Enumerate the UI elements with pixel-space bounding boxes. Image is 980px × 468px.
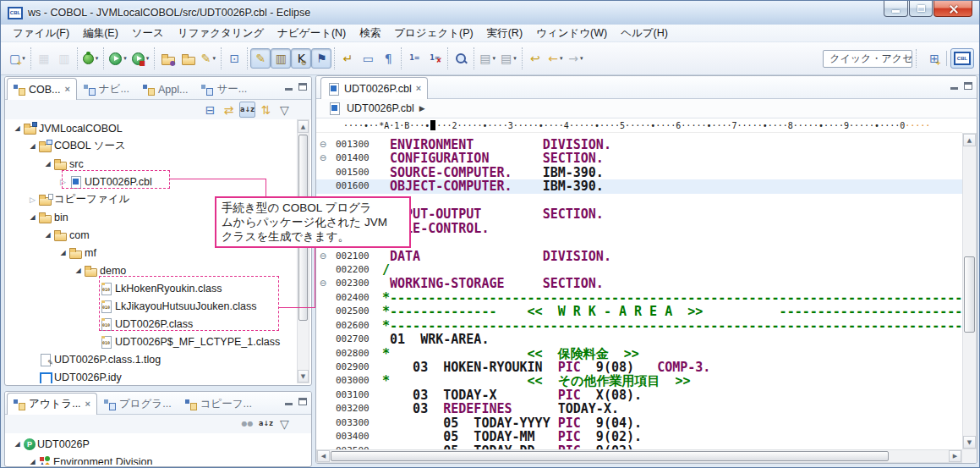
explorer-scrollbar[interactable]: ▲ ▼: [297, 119, 309, 383]
maximize-view-icon[interactable]: [298, 83, 307, 91]
expand-copybook-button[interactable]: ↵: [337, 48, 358, 69]
breadcrumb[interactable]: UDT0026P.cbl ▶: [316, 99, 977, 118]
scroll-down-icon[interactable]: ▼: [298, 370, 309, 383]
scroll-up-icon[interactable]: ▲: [298, 120, 309, 133]
restore-button[interactable]: [909, 1, 933, 17]
remote-monitor-button[interactable]: ⊡: [224, 48, 244, 69]
code-line-003100[interactable]: 003100 03 TODAY-X PIC X(08).: [316, 388, 962, 402]
sort-az-button[interactable]: a↓z: [239, 102, 255, 118]
collapse-all-button[interactable]: ⊟: [202, 102, 218, 118]
dropdown-icon[interactable]: ▾: [580, 55, 583, 62]
tree-item-udt0026p-mf-lctype-1-class[interactable]: 010UDT0026P$_MF_LCTYPE_1.class: [6, 333, 296, 350]
preview-button[interactable]: [451, 48, 471, 69]
filter-arrows-button[interactable]: ⇅: [258, 102, 274, 118]
save-all-button[interactable]: ▥: [54, 48, 74, 69]
breadcrumb-expand-icon[interactable]: ▶: [419, 104, 425, 113]
dropdown-icon[interactable]: ▾: [212, 55, 216, 62]
code-line-002500[interactable]: 002500*-------------- << W R K - A R E A…: [316, 305, 962, 318]
minimize-view-icon[interactable]: [950, 87, 958, 90]
collapse-arrow-icon[interactable]: ◢: [41, 160, 54, 168]
code-line-002300[interactable]: ⊖002300 WORKING-STORAGE SECTION.: [316, 277, 962, 290]
code-line-001800[interactable]: 001800 INPUT-OUTPUT SECTION.: [316, 207, 962, 221]
editor-hscrollbar[interactable]: ◀ ▶: [316, 449, 962, 463]
link-with-editor-button[interactable]: ⇄: [221, 102, 237, 118]
dropdown-icon[interactable]: ▾: [96, 55, 99, 62]
scroll-left-icon[interactable]: ◀: [317, 450, 330, 462]
sort-az-button[interactable]: a↓z: [258, 416, 274, 432]
scrollbar-thumb[interactable]: [331, 451, 889, 461]
save-button[interactable]: ▦: [34, 48, 54, 69]
code-line-002100[interactable]: ⊖002100 DATA DIVISION.: [316, 250, 962, 263]
program-marker-button[interactable]: ⚑: [311, 48, 331, 69]
dropdown-icon[interactable]: ▾: [560, 55, 563, 62]
menu-item-1[interactable]: ファイル(F): [6, 25, 76, 42]
code-line-001600[interactable]: 001600 OBJECT-COMPUTER. IBM-390.: [316, 179, 962, 193]
code-line-002700[interactable]: 002700 01 WRK-AREA.: [316, 333, 962, 346]
code-line-003400[interactable]: 003400 05 TODAY-MM PIC 9(02).: [316, 430, 962, 443]
hide-items-button[interactable]: ●●: [239, 416, 255, 432]
dropdown-icon[interactable]: ▾: [123, 55, 127, 62]
tab-[interactable]: プログラ...: [97, 393, 178, 415]
tab-[interactable]: サー...: [194, 78, 254, 100]
back-button[interactable]: ←▾: [545, 48, 566, 69]
code-line-blank-7[interactable]: [316, 235, 962, 249]
dropdown-icon[interactable]: ▾: [493, 55, 496, 62]
code-line-003200[interactable]: 003200 03 REDEFINES TODAY-X.: [316, 402, 962, 416]
scroll-down-icon[interactable]: ▼: [963, 436, 976, 449]
menu-item-6[interactable]: 検索: [353, 25, 387, 42]
dropdown-icon[interactable]: ▾: [22, 55, 25, 62]
open-cobol-element-button[interactable]: ●: [157, 48, 178, 69]
tree-item-jvmlocalcobol[interactable]: ◢JVMLocalCOBOL: [6, 119, 296, 137]
code-line-001900[interactable]: 001900 FILE-CONTROL.: [316, 222, 962, 235]
show-source-format-button[interactable]: ▭: [358, 48, 378, 69]
tab-[interactable]: アウトラ...×: [7, 393, 97, 415]
collapse-arrow-icon[interactable]: ◢: [11, 440, 24, 448]
code-line-003000[interactable]: 003000* << その他作業用項目 >>: [316, 374, 962, 388]
code-line-blank-4[interactable]: [316, 194, 962, 207]
collapse-arrow-icon[interactable]: ◢: [26, 458, 39, 465]
tree-item-udt0026p-idy[interactable]: UDT0026P.idy: [6, 368, 296, 383]
code-line-002400[interactable]: 002400*---------------------------------…: [316, 291, 962, 305]
new-wizard-button[interactable]: ▢+▾: [7, 48, 28, 69]
editor-tab-udt0026p[interactable]: UDT0026P.cbl×: [320, 77, 428, 99]
open-copybook-button[interactable]: [178, 48, 198, 69]
view-menu-button[interactable]: ▽: [276, 416, 293, 432]
collapse-arrow-icon[interactable]: ◢: [26, 213, 39, 221]
collapse-arrow-icon[interactable]: ◢: [11, 124, 24, 132]
cobol-settings-button[interactable]: K⚙: [291, 48, 311, 69]
run-button[interactable]: ▾: [107, 48, 129, 69]
tab-appl[interactable]: Appl...: [136, 78, 194, 100]
close-button[interactable]: [933, 1, 972, 17]
debug-button[interactable]: ▾: [80, 48, 101, 69]
tree-item-environment-division[interactable]: ◢Environment Division: [6, 453, 309, 465]
unnumber-button[interactable]: 1=✘: [424, 48, 445, 69]
tree-item-udt0026p-class-1-tlog[interactable]: ✎UDT0026P.class.1.tlog: [6, 350, 296, 368]
fold-collapse-icon[interactable]: ⊖: [316, 277, 330, 290]
code-line-001300[interactable]: ⊖001300 ENVIRONMENT DIVISION.: [316, 138, 962, 151]
code-line-002600[interactable]: 002600*---------------------------------…: [316, 319, 962, 333]
maximize-view-icon[interactable]: [298, 398, 307, 405]
mark-occurrences-button[interactable]: ✎: [250, 48, 271, 69]
code-line-001400[interactable]: ⊖001400 CONFIGURATION SECTION.: [316, 151, 962, 165]
quick-access-field[interactable]: クイック・アクセス: [823, 50, 912, 68]
show-whitespace-button[interactable]: ¶: [378, 48, 398, 69]
code-line-003300[interactable]: 003300 05 TODAY-YYYY PIC 9(04).: [316, 416, 962, 430]
menu-item-7[interactable]: プロジェクト(P): [387, 25, 479, 42]
minimize-view-icon[interactable]: [285, 403, 293, 405]
run-profile-button[interactable]: ■▾: [129, 48, 152, 69]
tree-item-udt0026p[interactable]: ◢PUDT0026P: [6, 435, 309, 453]
close-icon[interactable]: ×: [65, 85, 70, 94]
code-line-002800[interactable]: 002800* << 保険料金 >>: [316, 347, 962, 361]
fold-collapse-icon[interactable]: ⊖: [316, 250, 330, 263]
menu-item-5[interactable]: ナビゲート(N): [271, 25, 353, 42]
menu-item-4[interactable]: リファクタリング: [171, 25, 271, 42]
close-icon[interactable]: ×: [416, 84, 421, 93]
fold-collapse-icon[interactable]: ⊖: [316, 151, 330, 165]
open-perspective-button[interactable]: ⊞+: [926, 48, 943, 69]
renumber-button[interactable]: 1=: [404, 48, 424, 69]
menu-item-8[interactable]: 実行(R): [480, 25, 529, 42]
menu-item-3[interactable]: ソース: [125, 25, 171, 42]
next-edit-button[interactable]: ▤▾: [498, 48, 519, 69]
collapse-arrow-icon[interactable]: ◢: [41, 231, 54, 239]
code-line-001500[interactable]: 001500 SOURCE-COMPUTER. IBM-390.: [316, 166, 962, 179]
